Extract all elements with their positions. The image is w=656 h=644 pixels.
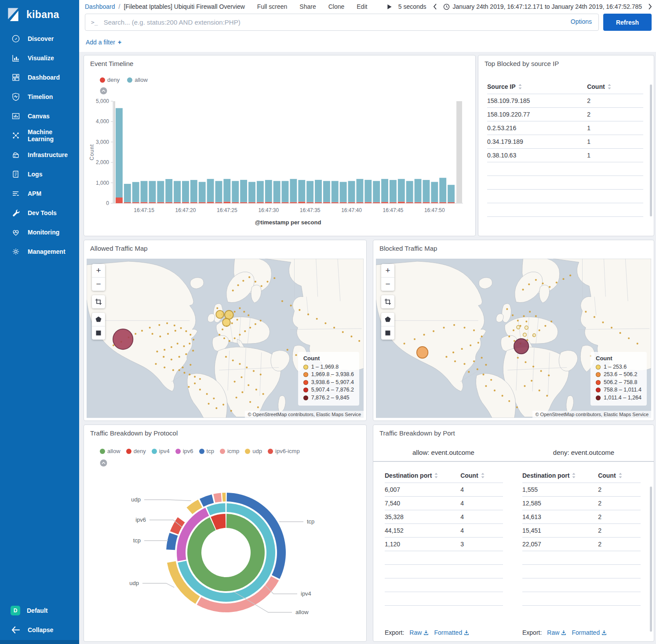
sidebar-item-label: Dev Tools — [28, 209, 57, 216]
export-raw-link[interactable]: Raw — [547, 629, 566, 636]
blocked-map-canvas[interactable]: + − Count 1 – 253.6253.6 – 506.250 — [376, 259, 651, 418]
draw-polygon-button[interactable] — [381, 313, 394, 326]
allow-bar — [364, 180, 372, 202]
time-range-picker[interactable]: January 24th 2019, 16:47:12.171 to Janua… — [443, 3, 642, 10]
deny-bar — [223, 202, 230, 203]
sidebar-item-dashboard[interactable]: Dashboard — [0, 68, 79, 87]
legend-item-allow[interactable]: allow — [127, 77, 148, 83]
sidebar-item-dev-tools[interactable]: Dev Tools — [0, 203, 79, 223]
map-dot-marker — [342, 331, 344, 333]
legend-item-ipv4[interactable]: ipv4 — [152, 448, 170, 454]
menu-clone[interactable]: Clone — [328, 3, 345, 10]
sidebar-item-monitoring[interactable]: Monitoring — [0, 223, 79, 242]
search-input[interactable] — [103, 18, 598, 26]
legend-item-ipv6-icmp[interactable]: ipv6-icmp — [268, 448, 300, 454]
sidebar-item-infrastructure[interactable]: Infrastructure — [0, 145, 79, 165]
legend-collapse-icon[interactable] — [100, 459, 107, 467]
sidebar-item-timelion[interactable]: Timelion — [0, 87, 79, 106]
legend-collapse-icon[interactable] — [100, 87, 107, 95]
sidebar-item-apm[interactable]: APM — [0, 184, 79, 203]
map-dot-marker — [164, 349, 165, 351]
deny-bar — [199, 202, 206, 203]
column-header-count[interactable]: Count — [460, 472, 503, 479]
column-header-source-ip[interactable]: Source IP — [487, 83, 587, 90]
refresh-button[interactable]: Refresh — [603, 14, 652, 31]
export-formatted-link[interactable]: Formatted — [434, 629, 469, 636]
sunburst-segment-tcp[interactable] — [166, 533, 178, 550]
sidebar-item-canvas[interactable]: Canvas — [0, 106, 79, 126]
time-next-icon[interactable] — [648, 3, 652, 10]
refresh-interval[interactable]: 5 seconds — [398, 3, 426, 10]
column-header-count[interactable]: Count — [598, 472, 641, 479]
map-bubble-marker[interactable] — [222, 318, 230, 326]
legend-item-udp[interactable]: udp — [245, 448, 262, 454]
sidebar-collapse-button[interactable]: Collapse — [0, 620, 79, 640]
sidebar-item-logs[interactable]: Logs — [0, 165, 79, 184]
sidebar-item-management[interactable]: Management — [0, 242, 79, 261]
legend-dot-icon — [268, 449, 273, 454]
kibana-logo[interactable]: kibana — [0, 0, 79, 29]
zoom-out-button[interactable]: − — [381, 277, 394, 291]
map-bubble-marker[interactable] — [523, 333, 527, 337]
sunburst-segment-allow[interactable] — [187, 514, 265, 591]
zoom-out-button[interactable]: − — [92, 277, 105, 291]
draw-polygon-button[interactable] — [92, 313, 105, 326]
map-dot-marker — [529, 311, 531, 313]
map-dot-marker — [249, 327, 251, 329]
play-icon[interactable] — [387, 4, 392, 10]
legend-item-allow[interactable]: allow — [100, 448, 120, 454]
export-link-label: Formatted — [434, 629, 462, 636]
breadcrumb-dashboard-link[interactable]: Dashboard — [85, 3, 115, 10]
zoom-in-button[interactable]: + — [92, 264, 105, 277]
sunburst-segment-ipv4[interactable] — [207, 503, 226, 515]
map-dot-marker — [234, 337, 236, 339]
legend-item-tcp[interactable]: tcp — [199, 448, 214, 454]
map-dot-marker — [602, 322, 604, 323]
sunburst-segment-tcp[interactable] — [200, 494, 214, 507]
map-bubble-marker[interactable] — [517, 326, 520, 329]
fit-data-bounds-button[interactable] — [92, 295, 105, 308]
map-bubble-marker[interactable] — [216, 311, 224, 318]
map-dot-marker — [219, 334, 220, 336]
map-bubble-marker[interactable] — [533, 333, 536, 337]
sunburst-segment-icmp[interactable] — [213, 493, 222, 502]
menu-full-screen[interactable]: Full screen — [257, 3, 287, 10]
column-header-count[interactable]: Count — [587, 83, 643, 90]
protocol-sunburst-chart[interactable]: udpipv6tcpudptcpipv4allow — [84, 468, 366, 640]
column-header-destination-port[interactable]: Destination port — [385, 472, 460, 479]
sidebar-item-visualize[interactable]: Visualize — [0, 48, 79, 68]
table-row: 14,6132 — [522, 510, 641, 524]
map-bubble-marker[interactable] — [225, 311, 233, 319]
map-dot-marker — [183, 372, 185, 373]
time-prev-icon[interactable] — [433, 3, 437, 10]
draw-rectangle-button[interactable] — [381, 326, 394, 340]
column-header-destination-port[interactable]: Destination port — [522, 472, 598, 479]
add-filter-button[interactable]: Add a filter + — [86, 39, 121, 46]
map-bubble-marker[interactable] — [113, 329, 133, 349]
map-bubble-marker[interactable] — [525, 326, 528, 329]
options-link[interactable]: Options — [571, 18, 592, 25]
sidebar-item-discover[interactable]: Discover — [0, 29, 79, 48]
scrollbar-thumb[interactable] — [650, 487, 652, 632]
legend-item-deny[interactable]: deny — [100, 77, 120, 83]
timeline-bar-chart[interactable]: 01,0002,0003,0004,0005,000Count16:47:151… — [87, 98, 472, 232]
sunburst-segment-udp[interactable] — [222, 493, 226, 501]
zoom-in-button[interactable]: + — [381, 264, 394, 277]
legend-item-icmp[interactable]: icmp — [220, 448, 239, 454]
menu-edit[interactable]: Edit — [357, 3, 367, 10]
sidebar-item-default-space[interactable]: D Default — [0, 601, 79, 620]
draw-rectangle-button[interactable] — [92, 326, 105, 340]
export-formatted-link[interactable]: Formatted — [572, 629, 607, 636]
map-dot-marker — [192, 350, 194, 351]
export-link-label: Formatted — [572, 629, 600, 636]
menu-share[interactable]: Share — [299, 3, 316, 10]
scrollbar-thumb[interactable] — [650, 84, 652, 216]
allowed-map-canvas[interactable]: + − Count 1 – 1,969.81,969.8 – 3,9 — [87, 259, 364, 418]
map-bubble-marker[interactable] — [514, 339, 528, 354]
export-raw-link[interactable]: Raw — [409, 629, 429, 636]
sidebar-item-machine-learning[interactable]: Machine Learning — [0, 126, 79, 145]
legend-item-deny[interactable]: deny — [126, 448, 146, 454]
fit-data-bounds-button[interactable] — [381, 295, 394, 308]
map-bubble-marker[interactable] — [417, 347, 428, 358]
legend-item-ipv6[interactable]: ipv6 — [175, 448, 193, 454]
